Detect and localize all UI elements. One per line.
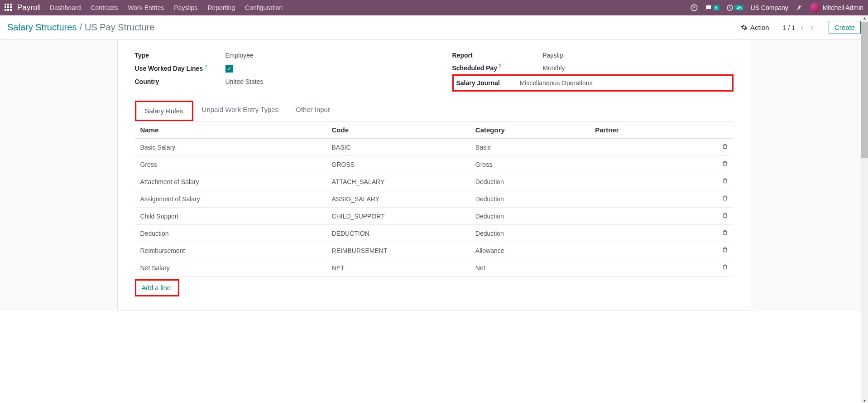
cell-code[interactable]: CHILD_SUPPORT <box>326 208 470 225</box>
cell-category[interactable]: Basic <box>470 139 590 156</box>
user-name: Mitchell Admin <box>823 4 863 11</box>
gear-icon <box>741 24 748 31</box>
scrollbar-thumb[interactable] <box>861 22 868 158</box>
cell-category[interactable]: Deduction <box>470 173 590 190</box>
cell-name[interactable]: Attachment of Salary <box>135 173 326 190</box>
menu-dashboard[interactable]: Dashboard <box>50 4 81 11</box>
table-row[interactable]: Basic SalaryBASICBasic <box>135 139 734 156</box>
help-icon[interactable]: ? <box>499 64 501 69</box>
table-row[interactable]: Child SupportCHILD_SUPPORTDeduction <box>135 208 734 225</box>
cell-category[interactable]: Allowance <box>470 242 590 259</box>
tab-unpaid-work-entry[interactable]: Unpaid Work Entry Types <box>193 101 288 121</box>
cell-partner[interactable] <box>590 173 697 190</box>
trash-icon[interactable] <box>722 247 728 254</box>
apps-menu-icon[interactable] <box>5 4 13 12</box>
create-button[interactable]: Create <box>829 21 861 34</box>
menu-payslips[interactable]: Payslips <box>174 4 197 11</box>
table-row[interactable]: ReimbursementREIMBURSEMENTAllowance <box>135 242 734 259</box>
trash-icon[interactable] <box>722 144 728 151</box>
cell-name[interactable]: Child Support <box>135 208 326 225</box>
breadcrumb-root[interactable]: Salary Structures <box>7 22 77 33</box>
main-menu: Dashboard Contracts Work Entries Payslip… <box>50 4 283 11</box>
cell-category[interactable]: Net <box>470 259 590 277</box>
highlight-salary-journal: Salary Journal Miscellaneous Operations <box>452 74 734 92</box>
col-header-partner[interactable]: Partner <box>590 121 697 139</box>
cell-category[interactable]: Gross <box>470 156 590 173</box>
menu-work-entries[interactable]: Work Entries <box>128 4 164 11</box>
cell-code[interactable]: NET <box>326 259 470 277</box>
cell-category[interactable]: Deduction <box>470 190 590 208</box>
cell-partner[interactable] <box>590 242 697 259</box>
tab-other-input[interactable]: Other Input <box>287 101 338 121</box>
salary-journal-label: Salary Journal <box>456 79 520 87</box>
cell-name[interactable]: Assignment of Salary <box>135 190 326 208</box>
cell-partner[interactable] <box>590 190 697 208</box>
pager-prev-icon[interactable]: ‹ <box>799 23 805 32</box>
worked-days-checkbox[interactable]: ✓ <box>225 64 233 73</box>
help-icon[interactable]: ? <box>204 64 207 69</box>
cell-partner[interactable] <box>590 208 697 225</box>
cell-name[interactable]: Deduction <box>135 225 326 242</box>
cell-name[interactable]: Basic Salary <box>135 139 326 156</box>
table-row[interactable]: DeductionDEDUCTIONDeduction <box>135 225 734 242</box>
worked-days-label: Use Worked Day Lines? <box>135 65 225 72</box>
trash-icon[interactable] <box>722 264 728 272</box>
trash-icon[interactable] <box>722 195 728 203</box>
scheduled-pay-value[interactable]: Monthly <box>543 64 565 72</box>
form-sheet: Type Employee Use Worked Day Lines? ✓ Co… <box>117 40 751 311</box>
col-header-category[interactable]: Category <box>470 121 590 139</box>
cell-partner[interactable] <box>590 259 697 277</box>
cell-category[interactable]: Deduction <box>470 208 590 225</box>
messages-badge: 6 <box>713 5 719 10</box>
add-line-link[interactable]: Add a line <box>137 281 176 295</box>
cell-partner[interactable] <box>590 139 697 156</box>
cell-partner[interactable] <box>590 156 697 173</box>
trash-icon[interactable] <box>722 213 728 220</box>
table-row[interactable]: GrossGROSSGross <box>135 156 734 173</box>
debug-icon[interactable] <box>795 4 803 12</box>
col-header-name[interactable]: Name <box>135 121 326 139</box>
cell-code[interactable]: ATTACH_SALARY <box>326 173 470 190</box>
menu-configuration[interactable]: Configuration <box>245 4 283 11</box>
table-row[interactable]: Assignment of SalaryASSIG_SALARYDeductio… <box>135 190 734 208</box>
cell-code[interactable]: ASSIG_SALARY <box>326 190 470 208</box>
type-value[interactable]: Employee <box>225 52 254 59</box>
trash-icon[interactable] <box>722 230 728 237</box>
table-row[interactable]: Net SalaryNETNet <box>135 259 734 277</box>
menu-contracts[interactable]: Contracts <box>91 4 118 11</box>
cell-code[interactable]: GROSS <box>326 156 470 173</box>
breadcrumb: Salary Structures / US Pay Structure <box>7 22 154 33</box>
col-header-code[interactable]: Code <box>326 121 470 139</box>
trash-icon[interactable] <box>722 178 728 185</box>
cell-code[interactable]: REIMBURSEMENT <box>326 242 470 259</box>
cell-name[interactable]: Net Salary <box>135 259 326 277</box>
breadcrumb-current: US Pay Structure <box>85 22 155 33</box>
tab-salary-rules[interactable]: Salary Rules <box>136 102 192 120</box>
cell-code[interactable]: BASIC <box>326 139 470 156</box>
user-menu[interactable]: Mitchell Admin <box>810 3 863 13</box>
activities-icon[interactable]: 45 <box>726 4 743 11</box>
table-row[interactable]: Attachment of SalaryATTACH_SALARYDeducti… <box>135 173 734 190</box>
menu-reporting[interactable]: Reporting <box>207 4 235 11</box>
app-name: Payroll <box>17 3 41 12</box>
report-value[interactable]: Payslip <box>543 52 563 59</box>
pager-value[interactable]: 1 / 1 <box>783 24 795 31</box>
messages-icon[interactable]: 6 <box>705 4 719 11</box>
trash-icon[interactable] <box>722 161 728 168</box>
company-selector[interactable]: US Company <box>750 4 788 11</box>
pager-next-icon[interactable]: › <box>809 23 815 32</box>
cell-code[interactable]: DEDUCTION <box>326 225 470 242</box>
support-icon[interactable] <box>690 4 698 12</box>
cell-name[interactable]: Reimbursement <box>135 242 326 259</box>
cell-category[interactable]: Deduction <box>470 225 590 242</box>
cell-name[interactable]: Gross <box>135 156 326 173</box>
salary-journal-value[interactable]: Miscellaneous Operations <box>520 79 593 87</box>
country-value[interactable]: United States <box>225 78 264 85</box>
type-label: Type <box>135 52 225 59</box>
highlight-salary-rules-tab: Salary Rules <box>135 101 193 121</box>
cell-partner[interactable] <box>590 225 697 242</box>
top-nav: Payroll Dashboard Contracts Work Entries… <box>0 0 868 15</box>
action-dropdown[interactable]: Action <box>741 24 769 31</box>
scrollbar[interactable]: ▴ ▾ <box>861 15 868 311</box>
breadcrumb-separator: / <box>79 22 82 33</box>
